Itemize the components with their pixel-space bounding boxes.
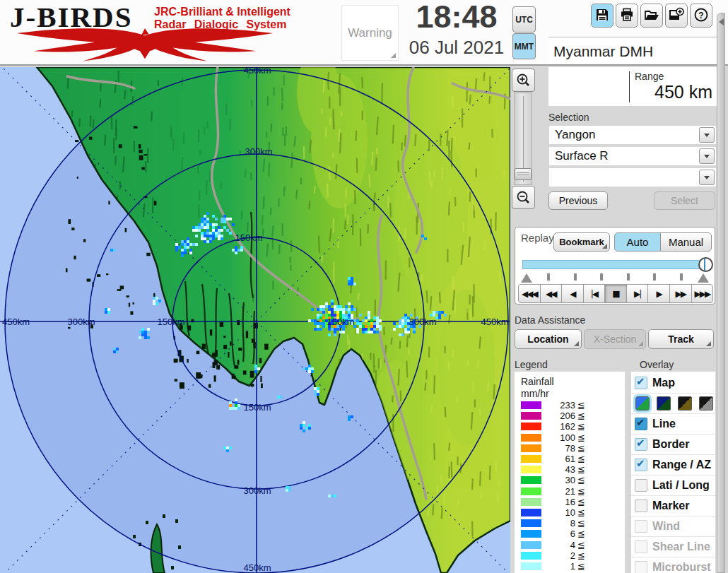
play-backward-button[interactable]: ◀ [561,284,584,303]
replay-slider-thumb[interactable] [698,257,713,272]
x-section-button[interactable]: X-Section [584,329,646,349]
utc-button[interactable]: UTC [512,6,536,33]
check-icon: ✔ [636,457,645,470]
previous-button[interactable]: Previous [548,191,608,210]
forward-fastest-button[interactable]: ▶▶▶ [691,284,714,303]
replay-slider[interactable] [522,259,708,270]
range-end-marker[interactable] [698,273,709,283]
legend-lte-symbol: ≦ [577,421,585,432]
rewind-fast-button[interactable]: ◀◀ [540,284,563,303]
add-image-icon [668,7,685,25]
site-dropdown-button[interactable] [699,127,715,143]
legend-lte-symbol: ≦ [577,475,585,485]
map-zoom-control [511,69,535,209]
forward-fast-button[interactable]: ▶▶ [669,284,692,303]
overlay-item-lati-long[interactable]: Lati / Long [631,475,715,496]
option-dropdown[interactable] [548,167,717,187]
slider-tick [574,273,577,280]
zoom-in-icon [515,73,531,88]
header-bar: J-BIRDS JRC-Brilliant & Intelligent Rada… [0,0,728,66]
zoom-slider-handle[interactable] [515,168,532,180]
overlay-item-marker[interactable]: Marker [631,496,715,516]
legend-color-swatch [521,519,541,527]
legend-value: 43 [544,464,575,475]
checkbox[interactable]: ✔ [635,377,647,389]
save-button[interactable] [591,4,613,28]
zoom-in-button[interactable] [512,69,535,92]
legend-lte-symbol: ≦ [577,443,585,454]
help-icon: ? [693,7,709,25]
track-button[interactable]: Track [648,329,714,349]
legend-lte-symbol: ≦ [577,432,585,443]
overlay-item-wind[interactable]: Wind [631,516,715,537]
overlay-item-line[interactable]: ✔Line [631,414,715,435]
slider-tick [680,273,683,280]
legend-value: 1 [544,561,575,572]
open-folder-button[interactable] [640,4,663,28]
map-style-dark-button[interactable] [657,396,671,410]
checkbox[interactable]: ✔ [635,459,647,471]
checkbox[interactable] [635,561,647,573]
overlay-item-label: Range / AZ [652,459,711,471]
zoom-out-button[interactable] [512,186,535,209]
ring-label: 450km [2,317,30,327]
radar-map-canvas[interactable]: 450km300km150km150km300km450km450km300km… [0,67,510,573]
legend-panel: Rainfall mm/hr 233≦206≦162≦100≦78≦61≦43≦… [515,372,625,573]
auto-button[interactable]: Auto [614,232,661,252]
checkbox[interactable]: ✔ [635,438,647,451]
legend-color-swatch [521,498,541,506]
checkbox[interactable] [635,479,647,492]
step-back-button[interactable]: |◀ [583,284,606,303]
mmt-button[interactable]: MMT [512,33,536,59]
playback-controls: ◀◀◀◀◀◀|◀■▶|▶▶▶▶▶▶ [518,284,713,303]
legend-row: 233≦ [521,400,621,410]
map-style-color-button[interactable] [635,396,650,410]
checkbox[interactable] [635,500,647,512]
legend-lte-symbol: ≦ [577,550,585,561]
product-dropdown[interactable]: Surface R [548,146,717,166]
rewind-fastest-button[interactable]: ◀◀◀ [518,284,541,303]
map-style-olive-button[interactable] [678,396,692,410]
overlay-item-label: Map [652,377,675,389]
manual-button[interactable]: Manual [660,232,712,252]
ring-label: 300km [67,317,95,327]
corner-expand-icon [391,53,396,58]
map-style-gray-button[interactable] [699,396,713,410]
zoom-slider-track[interactable] [514,93,532,185]
location-button[interactable]: Location [515,329,582,349]
checkbox[interactable]: ✔ [635,418,647,430]
overlay-item-label: Microburst [652,561,711,573]
add-image-button[interactable] [665,4,688,28]
step-forward-button[interactable]: ▶| [626,284,649,303]
checkbox[interactable] [635,540,647,553]
legend-value: 162 [544,421,575,432]
ring-label: 300km [245,146,272,157]
overlay-item-microburst[interactable]: Microburst [631,557,715,573]
overlay-item-shear-line[interactable]: Shear Line [631,537,715,557]
corner-expand-icon [638,341,643,346]
replay-slider-track[interactable] [522,260,708,269]
ring-label: 150km [235,232,262,243]
select-button[interactable]: Select [654,191,715,210]
legend-row: 100≦ [521,432,621,443]
overlay-item-range-az[interactable]: ✔Range / AZ [631,455,715,475]
legend-row: 61≦ [521,454,621,464]
help-button[interactable]: ? [690,4,712,28]
overlay-item-border[interactable]: ✔Border [631,435,715,455]
print-button[interactable] [616,4,638,28]
sidebar-collapse-strip[interactable] [717,13,725,573]
range-start-marker[interactable] [521,273,532,283]
data-assistance-label: Data Assistance [515,314,585,326]
legend-color-swatch [521,552,541,560]
play-button[interactable]: ▶ [647,284,670,303]
radar-map[interactable]: 450km300km150km150km300km450km450km300km… [0,67,510,573]
warning-button[interactable]: Warning [341,5,399,61]
checkbox[interactable] [635,520,647,533]
option-dropdown-button[interactable] [699,170,715,185]
product-dropdown-button[interactable] [699,148,715,164]
site-dropdown[interactable]: Yangon [548,125,717,145]
bookmark-button[interactable]: Bookmark [553,232,610,252]
overlay-item-map[interactable]: ✔Map [631,373,715,394]
legend-color-swatch [521,476,541,484]
stop-button[interactable]: ■ [604,284,627,303]
